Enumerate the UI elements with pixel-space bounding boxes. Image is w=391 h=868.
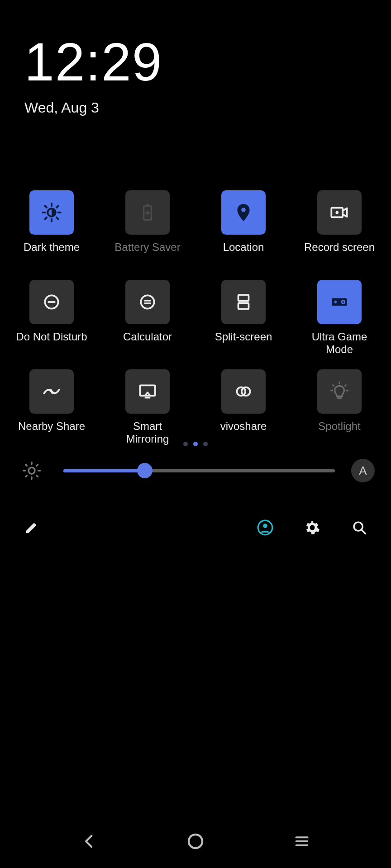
tile-do-not-disturb[interactable]: Do Not Disturb — [7, 280, 96, 356]
svg-line-44 — [26, 476, 27, 477]
tile-label: Smart Mirroring — [126, 420, 169, 445]
bottom-icon-row — [0, 516, 391, 539]
slider-thumb[interactable] — [137, 463, 153, 478]
nav-home-button[interactable] — [182, 828, 209, 855]
pencil-icon — [24, 519, 40, 536]
tile-nearby-share[interactable]: Nearby Share — [7, 369, 96, 445]
user-icon — [257, 519, 274, 536]
calculator-icon — [136, 291, 159, 313]
brightness-row: A — [0, 459, 391, 482]
svg-rect-27 — [140, 385, 155, 396]
svg-line-5 — [45, 206, 47, 208]
header-date: Wed, Aug 3 — [24, 99, 367, 116]
quick-settings-grid: Dark theme Battery Saver Location — [0, 190, 391, 445]
tile-location[interactable]: Location — [199, 190, 288, 266]
tile-spotlight[interactable]: Spotlight — [295, 369, 384, 445]
svg-point-15 — [335, 211, 339, 214]
lightbulb-icon — [328, 380, 351, 403]
tile-box — [29, 190, 74, 235]
dnd-icon — [40, 291, 63, 313]
gamepad-icon — [328, 291, 351, 313]
tile-label: Location — [223, 241, 264, 266]
tile-split-screen[interactable]: Split-screen — [199, 280, 288, 356]
nearby-share-icon — [40, 380, 63, 403]
tile-label: vivoshare — [220, 420, 267, 445]
nav-recents-button[interactable] — [288, 828, 315, 855]
svg-line-6 — [57, 217, 58, 219]
tile-dark-theme[interactable]: Dark theme — [7, 190, 96, 266]
tile-label: Nearby Share — [18, 420, 85, 445]
svg-line-33 — [333, 385, 334, 386]
tile-label: Spotlight — [318, 420, 360, 445]
tile-box — [29, 280, 74, 324]
svg-line-49 — [362, 530, 365, 533]
pager-dot — [203, 442, 208, 446]
svg-line-42 — [26, 465, 27, 466]
tile-calculator[interactable]: Calculator — [103, 280, 192, 356]
svg-line-43 — [37, 476, 38, 477]
brightness-slider[interactable] — [63, 469, 335, 472]
svg-point-50 — [189, 835, 202, 848]
tile-label: Split-screen — [215, 330, 272, 356]
cast-icon — [136, 380, 159, 403]
tile-label: Battery Saver — [114, 241, 180, 266]
tile-smart-mirroring[interactable]: Smart Mirroring — [103, 369, 192, 445]
brightness-sun-icon — [16, 459, 47, 482]
tile-record-screen[interactable]: Record screen — [295, 190, 384, 266]
tile-box — [221, 280, 266, 324]
nav-back-button[interactable] — [76, 828, 103, 855]
svg-point-13 — [241, 208, 246, 212]
search-icon — [351, 519, 368, 536]
svg-line-34 — [345, 385, 346, 386]
clock-time: 12:29 — [24, 35, 367, 89]
svg-rect-10 — [146, 204, 149, 206]
edit-button[interactable] — [20, 516, 43, 539]
svg-line-45 — [37, 465, 38, 466]
svg-point-47 — [263, 524, 267, 528]
vivoshare-icon — [232, 380, 255, 403]
tile-label: Record screen — [304, 241, 375, 266]
tile-label: Do Not Disturb — [16, 330, 87, 356]
circle-icon — [186, 831, 205, 851]
settings-button[interactable] — [300, 516, 324, 539]
gear-icon — [304, 519, 321, 536]
location-pin-icon — [232, 201, 255, 224]
tile-label: Ultra Game Mode — [312, 330, 367, 356]
split-screen-icon — [232, 291, 255, 313]
navigation-bar — [0, 819, 391, 868]
tile-battery-saver[interactable]: Battery Saver — [103, 190, 192, 266]
tile-box — [125, 280, 170, 324]
svg-point-18 — [141, 295, 154, 308]
pager-dot-active — [193, 442, 198, 446]
tile-label: Calculator — [123, 330, 172, 356]
tile-ultra-game-mode[interactable]: Ultra Game Mode — [295, 280, 384, 356]
tile-box — [125, 190, 170, 235]
slider-fill — [63, 469, 145, 472]
auto-brightness-label: A — [359, 464, 367, 478]
tile-vivoshare[interactable]: vivoshare — [199, 369, 288, 445]
auto-brightness-button[interactable]: A — [351, 459, 375, 482]
pager-dot — [183, 442, 188, 446]
tile-box — [221, 369, 266, 414]
user-profile-button[interactable] — [253, 516, 277, 539]
svg-rect-21 — [238, 295, 249, 301]
tile-label: Dark theme — [24, 241, 80, 266]
brightness-theme-icon — [40, 201, 63, 224]
tile-box — [221, 190, 266, 235]
header: 12:29 Wed, Aug 3 — [0, 0, 391, 116]
tile-box — [29, 369, 74, 414]
menu-icon — [292, 832, 311, 851]
svg-line-7 — [45, 217, 47, 219]
tile-box — [125, 369, 170, 414]
tile-box — [317, 280, 362, 324]
svg-line-8 — [57, 206, 58, 208]
chevron-left-icon — [80, 832, 99, 851]
tile-box — [317, 190, 362, 235]
search-button[interactable] — [348, 516, 371, 539]
battery-icon — [136, 201, 159, 224]
svg-point-37 — [29, 467, 35, 474]
video-camera-icon — [328, 201, 351, 224]
svg-rect-22 — [238, 303, 249, 309]
tile-box — [317, 369, 362, 414]
